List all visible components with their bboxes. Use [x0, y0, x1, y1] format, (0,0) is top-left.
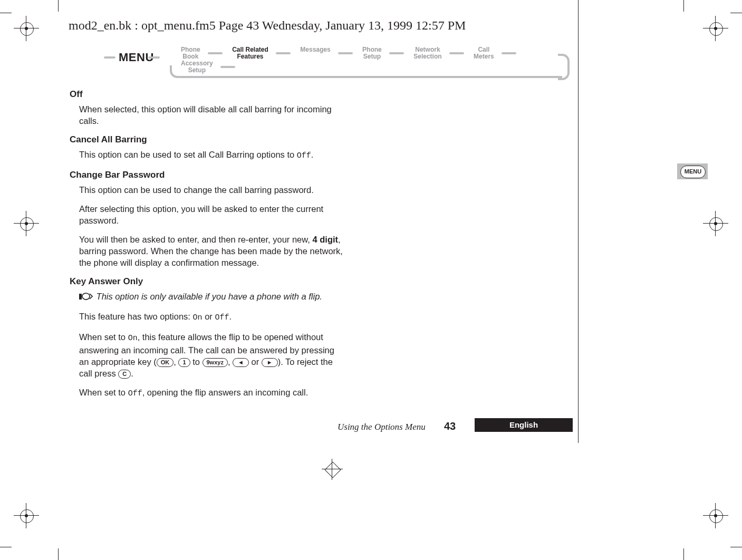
crop-mark [730, 13, 742, 13]
right-key-icon: ► [262, 358, 278, 367]
trim-line [578, 0, 579, 443]
side-tab-label: MENU [680, 166, 706, 178]
crumb-network-selection: NetworkSelection [399, 46, 456, 60]
crop-mark [683, 0, 684, 12]
kao-note: This option is only available if you hav… [79, 291, 344, 303]
crumb-phone-setup: PhoneSetup [348, 46, 397, 60]
key-answer-only-heading: Key Answer Only [70, 276, 344, 287]
crop-mark [0, 547, 12, 547]
c-key-icon: C [118, 370, 131, 379]
crumb-call-related: Call RelatedFeatures [217, 46, 283, 60]
registration-icon [703, 211, 728, 236]
crop-mark [730, 547, 742, 547]
one-key-icon: 1 [178, 358, 190, 367]
crop-mark [58, 548, 59, 560]
crumb-loop [558, 54, 570, 80]
crumb-messages: Messages [285, 46, 345, 60]
left-key-icon: ◄ [233, 358, 249, 367]
cbp-text-3: You will then be asked to enter, and the… [79, 234, 344, 268]
crop-mark [0, 13, 12, 13]
menu-breadcrumb: MENU PhoneBook Call RelatedFeatures Mess… [105, 46, 570, 80]
ok-key-icon: OK [157, 358, 174, 367]
registration-icon [703, 503, 728, 528]
page: mod2_en.bk : opt_menu.fm5 Page 43 Wednes… [0, 0, 742, 560]
crop-mark [58, 0, 59, 12]
footer-title: Using the Options Menu [338, 422, 426, 432]
kao-text-2: When set to On, this feature allows the … [79, 331, 344, 379]
crumb-call-meters: CallMeters [459, 46, 509, 60]
crop-mark [683, 548, 684, 560]
crumb-phone-book: PhoneBook [166, 46, 215, 60]
change-bar-password-heading: Change Bar Password [70, 169, 344, 181]
page-number: 43 [444, 420, 456, 432]
off-heading: Off [70, 89, 344, 100]
language-badge: English [475, 418, 573, 432]
body-column: Off When selected, this option will disa… [70, 85, 344, 407]
registration-icon [703, 16, 728, 41]
cancel-all-barring-heading: Cancel All Barring [70, 134, 344, 146]
kao-text-1: This feature has two options: On or Off. [79, 311, 344, 324]
registration-icon [14, 503, 39, 528]
off-text: When selected, this option will disable … [79, 103, 344, 127]
cbp-text-1: This option can be used to change the ca… [79, 184, 344, 196]
running-header: mod2_en.bk : opt_menu.fm5 Page 43 Wednes… [69, 18, 466, 33]
note-icon [79, 292, 94, 303]
cancel-all-barring-text: This option can be used to set all Call … [79, 149, 344, 162]
kao-text-3: When set to Off, opening the flip answer… [79, 387, 344, 400]
cbp-text-2: After selecting this option, you will be… [79, 203, 344, 226]
side-tab: MENU [677, 163, 708, 179]
registration-icon [14, 211, 39, 236]
registration-icon [14, 16, 39, 41]
nine-key-icon: 9wxyz [203, 358, 228, 367]
svg-rect-0 [79, 294, 82, 300]
menu-label: MENU [119, 51, 154, 64]
crumb-loop [170, 65, 562, 78]
registration-icon [322, 459, 343, 480]
